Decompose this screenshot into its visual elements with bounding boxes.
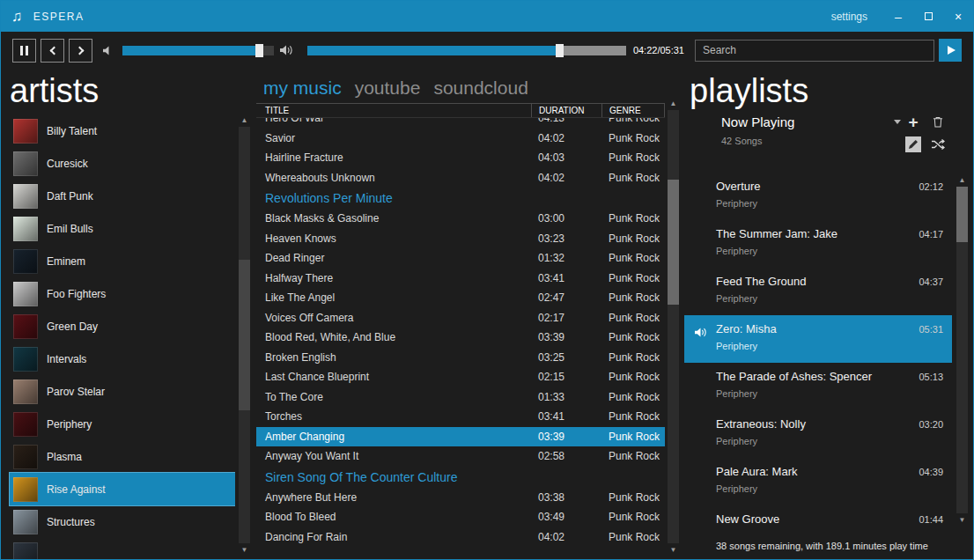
song-row[interactable]: Black Masks & Gasoline03:00Punk Rock [256, 209, 665, 229]
song-row[interactable]: Voices Off Camera02:17Punk Rock [256, 308, 665, 328]
scrollbar-track[interactable] [239, 127, 250, 543]
song-title: To The Core [256, 391, 531, 403]
artist-item[interactable]: Emil Bulls [10, 212, 235, 245]
artists-scrollbar[interactable]: ▲ ▼ [238, 114, 251, 556]
song-row[interactable]: Broken English03:25Punk Rock [256, 348, 665, 368]
scroll-down-icon[interactable]: ▼ [670, 544, 677, 556]
song-row[interactable]: Savior04:02Punk Rock [256, 129, 665, 149]
artist-item[interactable]: Rise Against [10, 473, 235, 505]
volume-low-icon[interactable] [102, 45, 115, 56]
artist-item[interactable]: Eminem [10, 245, 235, 277]
playlist-item[interactable]: Pale Aura: Mark04:39Periphery [684, 458, 952, 505]
artist-item[interactable]: Foo Fighters [10, 277, 235, 310]
song-row[interactable]: Whereabouts Unknown04:02Punk Rock [256, 168, 665, 188]
album-header-row[interactable]: Revolutions Per Minute [256, 188, 665, 209]
edit-playlist-button[interactable] [905, 136, 921, 152]
scrollbar-track[interactable] [668, 110, 679, 543]
artist-item[interactable]: Curesick [10, 147, 235, 180]
song-row[interactable]: Blood To Bleed03:49Punk Rock [256, 507, 665, 527]
delete-playlist-button[interactable] [933, 116, 943, 128]
song-duration: 04:13 [531, 118, 601, 124]
playlist-item[interactable]: The Summer Jam: Jake04:17Periphery [684, 220, 952, 268]
column-header-genre[interactable]: GENRE [601, 104, 665, 117]
pause-button[interactable] [12, 39, 36, 63]
play-button[interactable] [939, 39, 962, 62]
song-row[interactable]: Heaven Knows03:23Punk Rock [256, 229, 665, 249]
artist-item[interactable]: Green Day [10, 310, 235, 343]
song-title: Dead Ringer [256, 252, 531, 264]
song-row[interactable]: Dancing For Rain04:02Punk Rock [256, 527, 665, 546]
scroll-up-icon[interactable]: ▲ [241, 114, 248, 126]
tab-youtube[interactable]: youtube [355, 77, 421, 99]
artist-item[interactable]: Parov Stelar [10, 375, 235, 408]
artist-thumbnail [13, 119, 38, 144]
song-title: Blood Red, White, And Blue [256, 331, 531, 343]
maximize-button[interactable] [913, 1, 943, 32]
song-row[interactable]: Blood Red, White, And Blue03:39Punk Rock [256, 328, 665, 348]
minimize-button[interactable]: – [883, 1, 913, 32]
close-button[interactable]: × [943, 1, 973, 32]
next-button[interactable] [69, 39, 92, 63]
song-title: Halfway There [256, 272, 531, 284]
playlist-selector[interactable]: Now Playing [721, 114, 901, 129]
song-genre: Punk Rock [601, 312, 665, 324]
artist-item[interactable]: Periphery [10, 408, 235, 440]
column-header-duration[interactable]: DURATION [531, 104, 601, 117]
playlist-item[interactable]: Feed The Ground04:37Periphery [684, 268, 952, 315]
search-input[interactable] [695, 40, 934, 62]
tab-my-music[interactable]: my music [263, 77, 342, 99]
volume-slider[interactable] [122, 46, 274, 55]
artist-thumbnail [13, 510, 38, 534]
scrollbar-track[interactable] [956, 187, 968, 513]
scroll-up-icon[interactable]: ▲ [670, 98, 677, 109]
progress-slider[interactable] [307, 46, 626, 55]
song-list-viewport: Hero Of War04:13Punk RockSavior04:02Punk… [256, 118, 665, 545]
previous-button[interactable] [41, 39, 64, 63]
playlist-item[interactable]: The Parade of Ashes: Spencer05:13Periphe… [684, 363, 952, 410]
settings-link[interactable]: settings [831, 11, 867, 23]
artist-item[interactable]: Billy Talent [10, 114, 235, 147]
scrollbar-thumb[interactable] [239, 260, 250, 409]
playlist-item[interactable]: Zero: Misha05:31Periphery [684, 315, 952, 363]
add-playlist-button[interactable]: + [908, 114, 918, 130]
scrollbar-thumb[interactable] [668, 180, 679, 306]
artist-item[interactable] [10, 538, 235, 559]
tab-soundcloud[interactable]: soundcloud [433, 77, 528, 99]
volume-high-icon[interactable] [279, 44, 293, 56]
songs-scrollbar[interactable]: ▲ ▼ [667, 98, 680, 556]
artist-thumbnail [13, 282, 38, 306]
song-genre: Punk Rock [601, 291, 665, 304]
volume-slider-thumb[interactable] [255, 44, 263, 57]
song-row[interactable]: Last Chance Blueprint02:15Punk Rock [256, 367, 665, 387]
song-row[interactable]: Anywhere But Here03:38Punk Rock [256, 488, 665, 508]
song-row[interactable]: Like The Angel02:47Punk Rock [256, 288, 665, 308]
column-header-title[interactable]: TITLE [256, 104, 531, 117]
song-list: Hero Of War04:13Punk RockSavior04:02Punk… [256, 118, 665, 545]
scroll-up-icon[interactable]: ▲ [959, 174, 966, 186]
shuffle-button[interactable] [931, 139, 945, 150]
scrollbar-thumb[interactable] [956, 187, 968, 242]
song-row[interactable]: Anyway You Want It02:58Punk Rock [256, 446, 665, 467]
artist-item[interactable]: Structures [10, 505, 235, 538]
song-row[interactable]: Dead Ringer01:32Punk Rock [256, 248, 665, 269]
progress-slider-thumb[interactable] [556, 44, 564, 57]
song-row[interactable]: Hero Of War04:13Punk Rock [256, 118, 665, 129]
artist-item[interactable]: Plasma [10, 440, 235, 473]
song-row[interactable]: Halfway There03:41Punk Rock [256, 269, 665, 289]
playlist-item[interactable]: Overture02:12Periphery [684, 173, 952, 220]
album-header-row[interactable]: Siren Song Of The Counter Culture [256, 467, 665, 488]
song-duration: 03:38 [531, 491, 601, 504]
scroll-down-icon[interactable]: ▼ [241, 544, 248, 556]
playlist-item[interactable]: New Groove01:44 [684, 505, 952, 527]
artist-thumbnail [13, 347, 38, 372]
artist-item[interactable]: Daft Punk [10, 180, 235, 212]
song-row[interactable]: To The Core01:33Punk Rock [256, 387, 665, 408]
song-row[interactable]: Amber Changing03:39Punk Rock [256, 427, 665, 447]
song-row[interactable]: Hairline Fracture04:03Punk Rock [256, 148, 665, 168]
artist-item[interactable]: Intervals [10, 343, 235, 375]
scroll-down-icon[interactable]: ▼ [959, 514, 966, 526]
song-row[interactable]: Torches03:41Punk Rock [256, 407, 665, 427]
song-genre: Punk Rock [601, 132, 665, 144]
playlist-scrollbar[interactable]: ▲ ▼ [956, 174, 969, 526]
playlist-item[interactable]: Extraneous: Nolly03:20Periphery [684, 410, 952, 458]
